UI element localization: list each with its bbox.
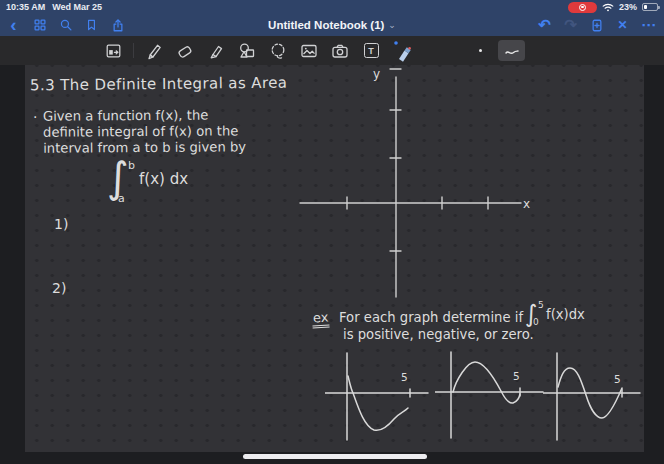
list-item-1: 1) (54, 216, 68, 232)
coordinate-axes-sketch: y x (295, 65, 545, 307)
more-options-icon[interactable]: ⋯ (641, 17, 656, 33)
note-paragraph: Given a function f(x), the definite inte… (43, 107, 246, 156)
mini-graph-1: 5 (325, 350, 435, 450)
back-icon[interactable]: ‹ (6, 17, 21, 33)
tick-label-5: 5 (513, 370, 520, 382)
clock: 10:35 AM (6, 2, 45, 12)
pen-tool-icon[interactable] (143, 40, 165, 62)
notebook-page[interactable]: 5.3 The Definite Integral as Area · Give… (25, 65, 644, 452)
integral-lower-bound: a (118, 192, 125, 205)
integral-body: f(x)dx (546, 307, 585, 322)
x-axis-label: x (523, 197, 530, 211)
list-item-2: 2) (52, 280, 66, 296)
marker-tool-icon-selected[interactable] (391, 39, 415, 63)
bookmark-icon[interactable] (84, 17, 99, 33)
home-indicator[interactable] (243, 454, 427, 459)
camera-tool-icon[interactable] (329, 40, 351, 62)
image-tool-icon[interactable] (298, 40, 320, 62)
nav-bar: ‹ (0, 14, 664, 36)
text-tool-icon[interactable]: T (360, 40, 382, 62)
page-sidebar-icon[interactable] (102, 40, 124, 62)
search-icon[interactable] (58, 17, 73, 33)
add-page-icon[interactable] (589, 17, 604, 33)
undo-icon[interactable]: ↶ (537, 17, 552, 33)
battery-icon (642, 3, 658, 11)
highlighter-tool-icon[interactable] (205, 40, 227, 62)
stroke-style-button[interactable] (498, 40, 525, 61)
example-line-2: is positive, negative, or zero. (343, 327, 534, 342)
ipad-screen: 10:35 AM Wed Mar 25 23% ‹ (0, 0, 664, 464)
notebook-title-button[interactable]: Untitled Notebook (1) ⌄ (268, 14, 396, 36)
date: Wed Mar 25 (52, 2, 102, 12)
thumbnails-grid-icon[interactable] (32, 17, 47, 33)
tools-toolbar: T (0, 36, 664, 65)
share-icon[interactable] (110, 17, 125, 33)
lasso-tool-icon[interactable] (267, 40, 289, 62)
note-title: 5.3 The Definite Integral as Area (30, 74, 288, 95)
example-line-1: For each graph determine if (339, 310, 523, 325)
toolbar-divider (133, 43, 134, 58)
integral-body: f(x) dx (139, 170, 188, 188)
shapes-tool-icon[interactable] (236, 40, 258, 62)
y-axis-label: y (373, 67, 380, 81)
chevron-down-icon: ⌄ (388, 20, 396, 30)
integral-upper-bound: b (128, 159, 135, 172)
integral-lower-bound: 0 (533, 317, 539, 327)
example-label: ex (311, 309, 330, 328)
battery-percent: 23% (619, 2, 637, 12)
mini-graph-2: 5 (435, 350, 547, 450)
close-icon[interactable]: ✕ (615, 17, 630, 33)
notebook-title: Untitled Notebook (1) (268, 19, 384, 31)
screen-recording-indicator[interactable] (568, 2, 597, 13)
tick-label-5: 5 (401, 371, 408, 383)
stroke-width-dot[interactable] (471, 42, 489, 60)
status-bar: 10:35 AM Wed Mar 25 23% (0, 0, 664, 14)
integral-upper-bound: 5 (538, 300, 544, 310)
paragraph-line: Given a function f(x), the (43, 107, 246, 124)
bullet-point: · (33, 109, 37, 125)
top-chrome: 10:35 AM Wed Mar 25 23% ‹ (0, 0, 664, 36)
tick-label-5: 5 (614, 373, 621, 385)
record-icon (579, 4, 586, 11)
paragraph-line: interval from a to b is given by (43, 139, 246, 156)
squiggle-icon (503, 45, 521, 57)
redo-icon[interactable]: ↷ (563, 17, 578, 33)
mini-graph-3: 5 (543, 350, 664, 450)
canvas-area: 5.3 The Definite Integral as Area · Give… (0, 65, 664, 464)
eraser-tool-icon[interactable] (174, 40, 196, 62)
paragraph-line: definite integral of f(x) on the (43, 123, 246, 140)
